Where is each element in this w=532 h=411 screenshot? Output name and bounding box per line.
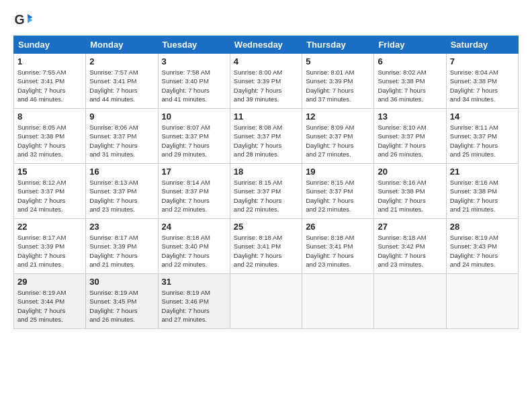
day-header-thursday: Thursday [302, 36, 374, 54]
day-number: 25 [234, 222, 298, 232]
cell-info: Sunrise: 8:17 AM Sunset: 3:39 PM Dayligh… [89, 233, 154, 269]
cell-info: Sunrise: 7:57 AM Sunset: 3:41 PM Dayligh… [89, 68, 154, 103]
calendar-cell: 11Sunrise: 8:08 AM Sunset: 3:37 PM Dayli… [230, 109, 302, 164]
cell-info: Sunrise: 8:12 AM Sunset: 3:37 PM Dayligh… [17, 178, 82, 214]
cell-info: Sunrise: 8:09 AM Sunset: 3:37 PM Dayligh… [306, 123, 370, 158]
calendar-cell: 4Sunrise: 8:00 AM Sunset: 3:39 PM Daylig… [230, 54, 302, 109]
day-number: 2 [89, 56, 154, 66]
cell-info: Sunrise: 8:11 AM Sunset: 3:37 PM Dayligh… [450, 123, 515, 158]
cell-info: Sunrise: 8:14 AM Sunset: 3:37 PM Dayligh… [162, 178, 226, 214]
cell-info: Sunrise: 8:17 AM Sunset: 3:39 PM Dayligh… [17, 233, 82, 269]
cell-info: Sunrise: 8:16 AM Sunset: 3:38 PM Dayligh… [378, 178, 442, 214]
day-header-wednesday: Wednesday [230, 36, 302, 54]
calendar-cell: 8Sunrise: 8:05 AM Sunset: 3:38 PM Daylig… [14, 109, 86, 164]
calendar-cell [374, 274, 446, 329]
cell-info: Sunrise: 8:15 AM Sunset: 3:37 PM Dayligh… [306, 178, 370, 214]
calendar-cell: 3Sunrise: 7:58 AM Sunset: 3:40 PM Daylig… [158, 54, 230, 109]
logo-icon: G [13, 10, 34, 30]
calendar-cell: 29Sunrise: 8:19 AM Sunset: 3:44 PM Dayli… [14, 274, 86, 329]
calendar-cell: 20Sunrise: 8:16 AM Sunset: 3:38 PM Dayli… [374, 164, 446, 219]
day-number: 20 [378, 167, 442, 177]
day-header-sunday: Sunday [14, 36, 86, 54]
calendar-cell [302, 274, 374, 329]
cell-info: Sunrise: 8:04 AM Sunset: 3:38 PM Dayligh… [450, 68, 515, 103]
cell-info: Sunrise: 8:05 AM Sunset: 3:38 PM Dayligh… [17, 123, 82, 158]
calendar-cell: 24Sunrise: 8:18 AM Sunset: 3:40 PM Dayli… [158, 219, 230, 274]
day-number: 27 [378, 222, 442, 232]
calendar-cell: 9Sunrise: 8:06 AM Sunset: 3:37 PM Daylig… [86, 109, 158, 164]
calendar-cell: 14Sunrise: 8:11 AM Sunset: 3:37 PM Dayli… [446, 109, 518, 164]
cell-info: Sunrise: 7:55 AM Sunset: 3:41 PM Dayligh… [17, 68, 82, 103]
svg-text:G: G [15, 12, 25, 27]
calendar-cell: 28Sunrise: 8:19 AM Sunset: 3:43 PM Dayli… [446, 219, 518, 274]
logo: G [13, 10, 36, 30]
cell-info: Sunrise: 8:16 AM Sunset: 3:38 PM Dayligh… [450, 178, 515, 214]
calendar-cell: 13Sunrise: 8:10 AM Sunset: 3:37 PM Dayli… [374, 109, 446, 164]
calendar-cell: 21Sunrise: 8:16 AM Sunset: 3:38 PM Dayli… [446, 164, 518, 219]
calendar-cell: 16Sunrise: 8:13 AM Sunset: 3:37 PM Dayli… [86, 164, 158, 219]
day-number: 5 [306, 56, 370, 66]
cell-info: Sunrise: 8:02 AM Sunset: 3:38 PM Dayligh… [378, 68, 442, 103]
day-number: 29 [17, 277, 82, 287]
cell-info: Sunrise: 8:19 AM Sunset: 3:46 PM Dayligh… [162, 288, 226, 324]
day-number: 7 [450, 56, 515, 66]
day-number: 1 [17, 56, 82, 66]
cell-info: Sunrise: 8:19 AM Sunset: 3:45 PM Dayligh… [89, 288, 154, 324]
calendar-cell: 1Sunrise: 7:55 AM Sunset: 3:41 PM Daylig… [14, 54, 86, 109]
cell-info: Sunrise: 8:01 AM Sunset: 3:39 PM Dayligh… [306, 68, 370, 103]
day-number: 19 [306, 167, 370, 177]
day-number: 14 [450, 111, 515, 122]
cell-info: Sunrise: 8:07 AM Sunset: 3:37 PM Dayligh… [162, 123, 226, 158]
cell-info: Sunrise: 8:19 AM Sunset: 3:43 PM Dayligh… [450, 233, 515, 269]
calendar-cell: 31Sunrise: 8:19 AM Sunset: 3:46 PM Dayli… [158, 274, 230, 329]
cell-info: Sunrise: 8:19 AM Sunset: 3:44 PM Dayligh… [17, 288, 82, 324]
cell-info: Sunrise: 8:18 AM Sunset: 3:41 PM Dayligh… [234, 233, 298, 269]
day-number: 15 [17, 167, 82, 177]
calendar-cell: 12Sunrise: 8:09 AM Sunset: 3:37 PM Dayli… [302, 109, 374, 164]
day-number: 31 [162, 277, 226, 287]
calendar-cell: 26Sunrise: 8:18 AM Sunset: 3:41 PM Dayli… [302, 219, 374, 274]
cell-info: Sunrise: 7:58 AM Sunset: 3:40 PM Dayligh… [162, 68, 226, 103]
day-number: 18 [234, 167, 298, 177]
cell-info: Sunrise: 8:15 AM Sunset: 3:37 PM Dayligh… [234, 178, 298, 214]
calendar-cell [446, 274, 518, 329]
day-number: 16 [89, 167, 154, 177]
calendar-cell: 22Sunrise: 8:17 AM Sunset: 3:39 PM Dayli… [14, 219, 86, 274]
cell-info: Sunrise: 8:10 AM Sunset: 3:37 PM Dayligh… [378, 123, 442, 158]
day-number: 17 [162, 167, 226, 177]
day-number: 4 [234, 56, 298, 66]
cell-info: Sunrise: 8:18 AM Sunset: 3:41 PM Dayligh… [306, 233, 370, 269]
day-number: 12 [306, 111, 370, 122]
calendar-cell: 10Sunrise: 8:07 AM Sunset: 3:37 PM Dayli… [158, 109, 230, 164]
day-number: 10 [162, 111, 226, 122]
day-header-saturday: Saturday [446, 36, 518, 54]
calendar-table: SundayMondayTuesdayWednesdayThursdayFrid… [13, 36, 519, 329]
calendar-cell: 27Sunrise: 8:18 AM Sunset: 3:42 PM Dayli… [374, 219, 446, 274]
calendar-cell: 7Sunrise: 8:04 AM Sunset: 3:38 PM Daylig… [446, 54, 518, 109]
day-header-friday: Friday [374, 36, 446, 54]
cell-info: Sunrise: 8:13 AM Sunset: 3:37 PM Dayligh… [89, 178, 154, 214]
calendar-cell: 19Sunrise: 8:15 AM Sunset: 3:37 PM Dayli… [302, 164, 374, 219]
calendar-cell: 30Sunrise: 8:19 AM Sunset: 3:45 PM Dayli… [86, 274, 158, 329]
calendar-cell: 6Sunrise: 8:02 AM Sunset: 3:38 PM Daylig… [374, 54, 446, 109]
calendar-cell [230, 274, 302, 329]
day-number: 30 [89, 277, 154, 287]
cell-info: Sunrise: 8:00 AM Sunset: 3:39 PM Dayligh… [234, 68, 298, 103]
calendar-cell: 18Sunrise: 8:15 AM Sunset: 3:37 PM Dayli… [230, 164, 302, 219]
cell-info: Sunrise: 8:18 AM Sunset: 3:42 PM Dayligh… [378, 233, 442, 269]
cell-info: Sunrise: 8:18 AM Sunset: 3:40 PM Dayligh… [162, 233, 226, 269]
calendar-cell: 25Sunrise: 8:18 AM Sunset: 3:41 PM Dayli… [230, 219, 302, 274]
day-number: 6 [378, 56, 442, 66]
calendar-cell: 2Sunrise: 7:57 AM Sunset: 3:41 PM Daylig… [86, 54, 158, 109]
page-header: G [13, 10, 519, 30]
day-number: 24 [162, 222, 226, 232]
day-number: 3 [162, 56, 226, 66]
day-number: 11 [234, 111, 298, 122]
day-number: 26 [306, 222, 370, 232]
cell-info: Sunrise: 8:08 AM Sunset: 3:37 PM Dayligh… [234, 123, 298, 158]
day-header-monday: Monday [86, 36, 158, 54]
day-number: 23 [89, 222, 154, 232]
cell-info: Sunrise: 8:06 AM Sunset: 3:37 PM Dayligh… [89, 123, 154, 158]
calendar-cell: 5Sunrise: 8:01 AM Sunset: 3:39 PM Daylig… [302, 54, 374, 109]
calendar-cell: 23Sunrise: 8:17 AM Sunset: 3:39 PM Dayli… [86, 219, 158, 274]
